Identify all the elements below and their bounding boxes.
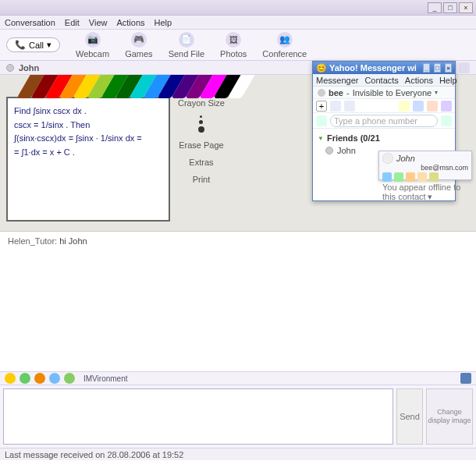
menu-edit[interactable]: Edit xyxy=(65,18,80,27)
whiteboard-canvas[interactable]: Find ∫sinx cscx dx . cscx = 1/sinx . The… xyxy=(6,97,170,222)
games-button[interactable]: 🎮Games xyxy=(125,32,152,58)
dial-button[interactable] xyxy=(441,115,452,126)
hdr-icon-4[interactable] xyxy=(459,62,470,73)
size-selector[interactable] xyxy=(198,115,204,133)
chat-sender: Helen_Tutor: xyxy=(8,236,57,246)
call-label: Call xyxy=(29,41,44,50)
conference-label: Conference xyxy=(262,49,307,58)
input-area: Send Change display image xyxy=(0,385,476,448)
titlebar: _ □ × xyxy=(0,0,476,16)
chat-history: Helen_Tutor: hi John xyxy=(0,231,476,371)
photos-button[interactable]: 🖼Photos xyxy=(220,32,247,58)
print-button[interactable]: Print xyxy=(193,175,211,184)
cc-call-icon[interactable] xyxy=(394,172,403,182)
maximize-button[interactable]: □ xyxy=(443,2,457,13)
webcam-button[interactable]: 📷Webcam xyxy=(76,32,109,58)
msgr-tool-7[interactable] xyxy=(441,101,452,112)
msgr-close[interactable]: × xyxy=(445,63,452,73)
emoji-2-icon[interactable] xyxy=(20,373,30,384)
games-icon: 🎮 xyxy=(131,32,147,48)
emoji-toolbar: IMVironment xyxy=(0,371,476,385)
msgr-menu-actions[interactable]: Actions xyxy=(405,76,433,85)
menu-conversation[interactable]: Conversation xyxy=(5,18,55,27)
crayon-size-label[interactable]: Crayon Size xyxy=(178,98,225,108)
cc-action-icons xyxy=(382,172,468,182)
friend-name: John xyxy=(337,146,356,155)
messenger-status-row[interactable]: bee - Invisible to Everyone ▾ xyxy=(313,87,455,99)
size-medium[interactable] xyxy=(199,120,203,124)
phone-icon: 📞 xyxy=(15,40,26,50)
close-button[interactable]: × xyxy=(459,2,473,13)
webcam-icon: 📷 xyxy=(85,32,101,48)
add-contact-button[interactable]: + xyxy=(316,101,327,112)
cc-more-icon[interactable] xyxy=(429,172,439,182)
phone-input[interactable]: Type a phone number xyxy=(330,115,438,127)
wb-line2: cscx = 1/sinx . Then xyxy=(14,119,162,133)
cc-status-note: You appear offline to this contact ▾ xyxy=(382,183,468,202)
msgr-menu-messenger[interactable]: Messenger xyxy=(316,76,358,85)
messenger-presence: Invisible to Everyone xyxy=(353,88,432,98)
size-small[interactable] xyxy=(200,115,202,118)
change-display-image[interactable]: Change display image xyxy=(426,388,473,445)
msgr-menu-help[interactable]: Help xyxy=(439,76,457,85)
erase-button[interactable]: Erase Page xyxy=(179,140,223,150)
emoji-3-icon[interactable] xyxy=(34,373,45,384)
status-text: Last message received on 28.08.2006 at 1… xyxy=(5,450,183,459)
msgr-menu-contacts[interactable]: Contacts xyxy=(364,76,398,85)
conference-icon: 👥 xyxy=(277,32,293,48)
toolbar: 📞 Call ▾ 📷Webcam 🎮Games 📄Send File 🖼Phot… xyxy=(0,30,476,61)
photos-label: Photos xyxy=(220,49,247,58)
cc-address: bee@msn.com xyxy=(382,164,468,172)
msgr-maximize[interactable]: □ xyxy=(434,63,441,73)
menu-actions[interactable]: Actions xyxy=(116,18,144,27)
messenger-titlebar[interactable]: 😊 Yahoo! Messenger with Voice (BETA) _ □… xyxy=(313,62,455,74)
menu-help[interactable]: Help xyxy=(155,18,172,27)
cc-mail-icon[interactable] xyxy=(417,172,427,182)
presence-icon xyxy=(6,64,14,72)
wb-line4: = ∫1·dx = x + C . xyxy=(14,146,162,160)
msgr-tool-2[interactable] xyxy=(330,101,341,112)
send-button[interactable]: Send xyxy=(396,388,423,445)
contact-name: John xyxy=(19,63,39,73)
chevron-down-icon[interactable]: ▾ xyxy=(428,192,432,201)
whiteboard-controls: Crayon Size Erase Page Extras Print xyxy=(178,98,225,225)
sendfile-icon: 📄 xyxy=(179,32,194,48)
menu-view[interactable]: View xyxy=(89,18,108,27)
smiley-icon[interactable] xyxy=(5,373,16,384)
chevron-down-icon: ▾ xyxy=(435,89,438,96)
size-large[interactable] xyxy=(198,126,204,133)
chat-text: hi John xyxy=(59,236,87,246)
messenger-username: bee xyxy=(329,88,343,98)
sendfile-button[interactable]: 📄Send File xyxy=(169,32,204,58)
cc-im-icon[interactable] xyxy=(382,172,392,182)
phone-icon[interactable] xyxy=(316,115,327,126)
wb-line3: ∫(sinx·cscx)dx = ∫sinx · 1/sinx dx = xyxy=(14,132,162,146)
cc-sms-icon[interactable] xyxy=(406,172,415,182)
friends-label: Friends (0/21 xyxy=(327,133,380,143)
phone-row: Type a phone number xyxy=(313,113,455,129)
profile-icon[interactable] xyxy=(460,373,471,384)
status-presence-icon xyxy=(318,89,325,97)
call-button[interactable]: 📞 Call ▾ xyxy=(6,37,60,52)
emoji-5-icon[interactable] xyxy=(64,373,75,384)
msgr-tool-5[interactable] xyxy=(413,101,424,112)
wb-line1: Find ∫sinx cscx dx . xyxy=(14,105,162,119)
msgr-minimize[interactable]: _ xyxy=(423,63,430,73)
friends-group-header[interactable]: ▼ Friends (0/21 xyxy=(314,132,453,144)
extras-button[interactable]: Extras xyxy=(189,158,213,167)
msgr-tool-3[interactable] xyxy=(344,101,355,112)
msgr-tool-6[interactable] xyxy=(427,101,438,112)
status-bar: Last message received on 28.08.2006 at 1… xyxy=(0,448,476,460)
emoji-4-icon[interactable] xyxy=(49,373,60,384)
expand-icon: ▼ xyxy=(318,135,324,142)
sendfile-label: Send File xyxy=(169,49,204,58)
games-label: Games xyxy=(125,49,152,58)
presence-icon xyxy=(325,147,333,154)
mail-icon[interactable] xyxy=(399,101,410,112)
message-input[interactable] xyxy=(3,388,393,445)
minimize-button[interactable]: _ xyxy=(428,2,442,13)
conference-button[interactable]: 👥Conference xyxy=(262,32,307,58)
imvironment-button[interactable]: IMVironment xyxy=(83,374,128,383)
yahoo-icon: 😊 xyxy=(316,63,327,73)
crayon-row[interactable] xyxy=(23,75,258,98)
